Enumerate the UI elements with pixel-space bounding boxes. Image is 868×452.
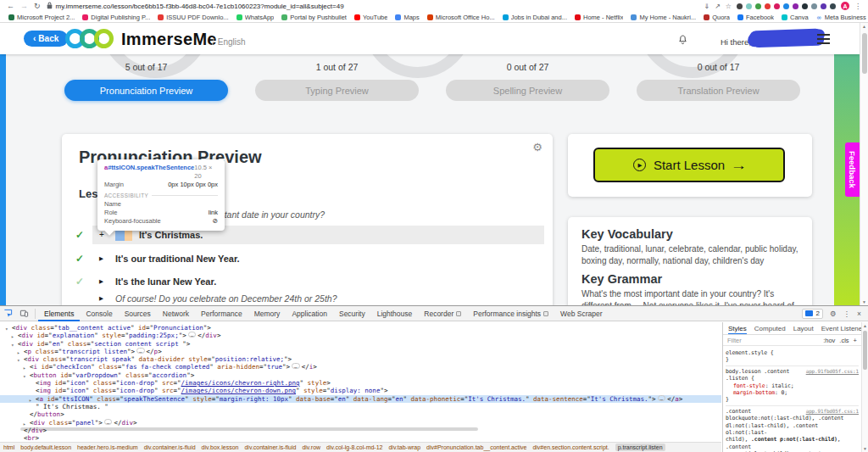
scroll-down-icon[interactable]: ▼ [862, 446, 868, 451]
devtools-tab-elements[interactable]: Elements [38, 306, 80, 321]
start-lesson-button[interactable]: ▶ Start Lesson → [593, 148, 785, 182]
scroll-up-icon[interactable]: ▲ [860, 24, 868, 29]
feedback-tab[interactable]: Feedback [845, 142, 860, 197]
immerseme-logo-icon[interactable] [65, 29, 118, 49]
bookmark-item[interactable]: Microsoft Project 2... [8, 14, 75, 21]
breadcrumb-item[interactable]: div#en.section.content.script. [532, 444, 609, 450]
css-rule-block[interactable]: app.91fbd05f.css:1.contentblockquote:not… [726, 407, 859, 452]
expand-arrow-icon[interactable]: ▶ [99, 255, 108, 262]
devtools-tab-sources[interactable]: Sources [119, 306, 157, 321]
scroll-down-icon[interactable]: ▼ [860, 299, 868, 304]
devtools-tree-line[interactable]: " It's Christmas. " [0, 403, 721, 410]
breadcrumb-item[interactable]: body.default.lesson [20, 444, 71, 450]
devtools-tab-console[interactable]: Console [80, 306, 118, 321]
devtools-tab-application[interactable]: Application [286, 306, 333, 321]
inspect-element-icon[interactable] [0, 309, 16, 318]
cls-toggle[interactable]: .cls [839, 337, 849, 344]
bookmark-item[interactable]: ∞Meta Business Suite [816, 14, 868, 21]
devtools-tree-line[interactable]: ▸<div id="explanation" style="padding:25… [0, 332, 721, 339]
bookmark-item[interactable]: WhatsApp [236, 14, 275, 21]
devtools-tab-recorder[interactable]: Recorder [418, 306, 467, 321]
css-source-link[interactable]: app.91fbd05f.css:1 [806, 368, 859, 375]
devtools-tab-security[interactable]: Security [333, 306, 371, 321]
lesson-row[interactable]: ✓▶It's the lunar New Year. [67, 274, 544, 289]
hamburger-menu-icon[interactable] [817, 34, 830, 47]
browser-menu-icon[interactable]: ⋮ [854, 3, 861, 10]
scroll-up-icon[interactable]: ▲ [862, 323, 868, 328]
extension-icon[interactable] [793, 3, 798, 9]
breadcrumb-item[interactable]: div.container.is-fluid [244, 444, 296, 450]
devtools-tab-performance[interactable]: Performance [195, 306, 248, 321]
devtools-tree-line[interactable]: ▸<i id="checkIcon" class="fas fa-check c… [0, 363, 721, 371]
extension-icon[interactable] [811, 3, 817, 9]
new-rule-button[interactable]: + [854, 337, 857, 344]
hov-toggle[interactable]: :hov [823, 337, 835, 344]
styles-tab-event-listeners[interactable]: Event Listeners [821, 322, 861, 335]
page-scrollbar[interactable]: ▲ ▼ [860, 23, 868, 305]
extension-icon[interactable] [755, 3, 761, 9]
issues-badge[interactable]: 2 [802, 309, 822, 319]
breadcrumb-item[interactable]: div.row [302, 444, 320, 450]
styles-tab-computed[interactable]: Computed [754, 322, 786, 335]
bookmark-item[interactable]: Jobs in Dubai and... [503, 14, 567, 21]
styles-tab-layout[interactable]: Layout [793, 322, 814, 335]
css-rule-block[interactable]: app.91fbd05f.css:1body.lesson .content.l… [726, 367, 859, 406]
devtools-tree-line[interactable]: ▾<button id="varDropdown" class="accordi… [0, 371, 721, 379]
extension-icon[interactable] [830, 3, 836, 9]
extension-icon[interactable] [737, 3, 743, 9]
scrollbar-thumb[interactable] [863, 331, 867, 370]
devtools-tree-line[interactable]: <img id="icon" class="icon-drop" src="/i… [0, 387, 721, 394]
devtools-tab-performance-insights[interactable]: Performance insights [467, 306, 554, 321]
devtools-tab-lighthouse[interactable]: Lighthouse [371, 306, 419, 321]
bookmark-item[interactable]: Maps [395, 14, 419, 21]
extension-icon[interactable] [802, 3, 808, 9]
devtools-tree-line[interactable]: ▸<div class="panel">…</div> [0, 419, 721, 427]
settings-gear-icon[interactable]: ⚙ [532, 141, 542, 153]
lesson-row[interactable]: ✓▶It's our traditional New Year. [67, 251, 544, 266]
progress-tab-translation-preview[interactable]: Translation Preview [637, 80, 801, 101]
expand-arrow-icon[interactable]: ▶ [99, 278, 108, 285]
devtools-tree-line[interactable]: ▾<div class="transcript speak" data-divi… [0, 355, 721, 363]
devtools-close-icon[interactable]: × [857, 310, 861, 318]
breadcrumb-item[interactable]: div.box.lesson [202, 444, 239, 450]
install-icon[interactable]: ⇓ [704, 3, 709, 10]
speaker-icon-inspected[interactable] [115, 229, 132, 241]
progress-tab-typing-preview[interactable]: Typing Preview [255, 80, 420, 101]
notifications-bell-icon[interactable] [677, 34, 688, 49]
share-icon[interactable]: ↗ [715, 3, 721, 10]
bookmark-item[interactable]: Quora [704, 14, 730, 21]
devtools-tree-line[interactable]: <img id="icon" class="icon-drop" src="/i… [0, 379, 721, 387]
extension-icon[interactable] [783, 3, 789, 9]
devtools-tab-network[interactable]: Network [157, 306, 195, 321]
bookmark-item[interactable]: Canva [782, 14, 809, 21]
devtools-kebab-icon[interactable]: ⋮ [843, 310, 851, 318]
bookmark-item[interactable]: YouTube [354, 14, 387, 21]
lesson-row[interactable]: ▶Of course! Do you celebrate on December… [67, 291, 544, 305]
styles-tab-styles[interactable]: Styles [728, 322, 747, 335]
bookmark-item[interactable]: Microsoft Office Ho... [427, 14, 495, 21]
devtools-tab-web-scraper[interactable]: Web Scraper [554, 306, 608, 321]
css-source-link[interactable]: app.91fbd05f.css:1 [806, 408, 859, 415]
bookmark-star-icon[interactable]: ☆ [726, 3, 732, 10]
styles-scrollbar[interactable]: ▲ ▼ [861, 322, 868, 452]
breadcrumb-item[interactable]: div.col-lg-8.col-md-12 [326, 444, 382, 450]
styles-filter-input[interactable]: Filter [727, 337, 742, 344]
brand-title[interactable]: ImmerseMe [121, 30, 217, 49]
forward-nav-icon[interactable]: → [20, 0, 28, 12]
breadcrumb-item[interactable]: div.container.is-fluid [144, 444, 196, 450]
css-rule-block[interactable]: element.style {} [726, 349, 859, 366]
extension-icon[interactable] [746, 3, 752, 9]
breadcrumb-item[interactable]: div.tab-wrap [388, 444, 420, 450]
devtools-tree-line[interactable]: </button> [0, 410, 721, 418]
bookmark-item[interactable]: Home - Netflix [575, 14, 624, 21]
devtools-tree-line[interactable]: ▾<div class="tab__content active" id="Pr… [0, 324, 721, 332]
breadcrumb-item[interactable]: p.transcript.listen [615, 444, 665, 451]
bookmark-item[interactable]: Portal by Pushbullet [281, 14, 347, 21]
scrollbar-thumb[interactable] [862, 33, 867, 74]
breadcrumb-item[interactable]: div#Pronunciation.tab__content.active [426, 444, 526, 450]
bookmark-item[interactable]: Facebook [737, 14, 774, 21]
expand-arrow-icon[interactable]: ▶ [99, 295, 108, 302]
devtools-tab-memory[interactable]: Memory [248, 306, 287, 321]
extension-icon[interactable] [765, 3, 771, 9]
progress-tab-spelling-preview[interactable]: Spelling Preview [446, 80, 610, 101]
